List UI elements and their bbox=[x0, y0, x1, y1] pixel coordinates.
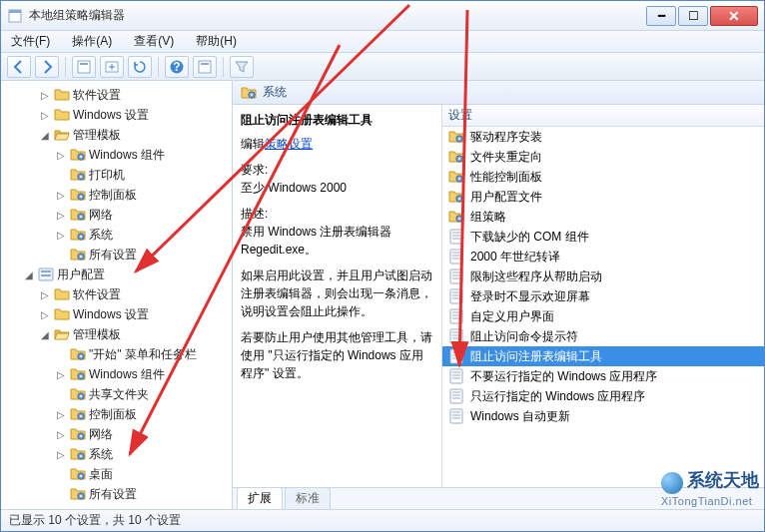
tab-extended[interactable]: 扩展 bbox=[237, 487, 283, 509]
folder-gear-icon bbox=[70, 386, 86, 402]
expand-toggle[interactable]: ▷ bbox=[39, 110, 51, 121]
tree-item[interactable]: ▷网络 bbox=[1, 205, 232, 225]
tree-item[interactable]: ◢管理模板 bbox=[1, 125, 232, 145]
list-item[interactable]: Windows 自动更新 bbox=[442, 406, 764, 426]
edit-policy-link[interactable]: 策略设置 bbox=[265, 137, 313, 151]
menu-view[interactable]: 查看(V) bbox=[130, 31, 178, 52]
expand-toggle[interactable]: ▷ bbox=[55, 449, 67, 460]
expand-toggle[interactable]: ▷ bbox=[39, 289, 51, 300]
tree-item[interactable]: ▷系统 bbox=[1, 444, 232, 464]
titlebar: 本地组策略编辑器 ━ ☐ ✕ bbox=[1, 1, 764, 31]
list-item[interactable]: 用户配置文件 bbox=[442, 187, 764, 207]
tree-item[interactable]: ▷控制面板 bbox=[1, 404, 232, 424]
expand-toggle[interactable]: ▷ bbox=[55, 190, 67, 201]
refresh-button[interactable] bbox=[128, 56, 152, 78]
tree-item[interactable]: ▷控制面板 bbox=[1, 185, 232, 205]
tree-item[interactable]: 所有设置 bbox=[1, 245, 232, 265]
list-item[interactable]: 驱动程序安装 bbox=[442, 127, 764, 147]
expand-toggle[interactable]: ◢ bbox=[23, 269, 35, 280]
toolbar-separator bbox=[65, 57, 66, 77]
expand-toggle[interactable]: ▷ bbox=[55, 409, 67, 420]
export-button[interactable] bbox=[100, 56, 124, 78]
detail-title: 阻止访问注册表编辑工具 bbox=[241, 111, 433, 129]
tree-item[interactable]: 共享文件夹 bbox=[1, 384, 232, 404]
expand-toggle[interactable]: ◢ bbox=[39, 329, 51, 340]
close-button[interactable]: ✕ bbox=[710, 6, 758, 26]
list-header[interactable]: 设置 bbox=[442, 105, 764, 127]
folder-gear-icon bbox=[70, 426, 86, 442]
tab-standard[interactable]: 标准 bbox=[285, 487, 331, 509]
tree-item[interactable]: ▷系统 bbox=[1, 225, 232, 245]
list-item[interactable]: 阻止访问命令提示符 bbox=[442, 326, 764, 346]
maximize-button[interactable]: ☐ bbox=[678, 6, 708, 26]
list-pane[interactable]: 设置 驱动程序安装文件夹重定向性能控制面板用户配置文件组策略下载缺少的 COM … bbox=[442, 105, 764, 487]
folder-gear-icon bbox=[70, 207, 86, 223]
show-hide-button[interactable] bbox=[72, 56, 96, 78]
filter-icon bbox=[234, 59, 250, 75]
list-item[interactable]: 自定义用户界面 bbox=[442, 306, 764, 326]
policy-icon bbox=[448, 308, 464, 324]
list-item[interactable]: 下载缺少的 COM 组件 bbox=[442, 227, 764, 247]
tree-item-label: Windows 组件 bbox=[89, 147, 165, 164]
list-item-label: 阻止访问注册表编辑工具 bbox=[470, 348, 602, 365]
tree-item[interactable]: ▷Windows 组件 bbox=[1, 145, 232, 165]
policy-icon bbox=[448, 408, 464, 424]
description-line: Regedit.exe。 bbox=[241, 243, 317, 257]
tree-item-label: 打印机 bbox=[89, 167, 125, 184]
tree-pane[interactable]: ▷软件设置▷Windows 设置◢管理模板▷Windows 组件打印机▷控制面板… bbox=[1, 81, 233, 509]
back-button[interactable] bbox=[7, 56, 31, 78]
folder-gear-icon bbox=[70, 486, 86, 502]
expand-toggle[interactable]: ▷ bbox=[39, 90, 51, 101]
list-item[interactable]: 文件夹重定向 bbox=[442, 147, 764, 167]
list-item[interactable]: 不要运行指定的 Windows 应用程序 bbox=[442, 366, 764, 386]
folder-gear-icon bbox=[448, 209, 464, 225]
list-item[interactable]: 2000 年世纪转译 bbox=[442, 247, 764, 266]
tree-item[interactable]: ▷软件设置 bbox=[1, 284, 232, 304]
tree-item-label: 管理模板 bbox=[73, 127, 121, 144]
list-item-label: 下载缺少的 COM 组件 bbox=[470, 229, 589, 246]
tree-item[interactable]: ◢管理模板 bbox=[1, 324, 232, 344]
list-item[interactable]: 性能控制面板 bbox=[442, 167, 764, 187]
tree-item[interactable]: ▷软件设置 bbox=[1, 85, 232, 105]
tree-item-label: 网络 bbox=[89, 426, 113, 443]
tree-item-label: 所有设置 bbox=[89, 247, 137, 264]
expand-toggle[interactable]: ▷ bbox=[55, 369, 67, 380]
tree-item[interactable]: 打印机 bbox=[1, 165, 232, 185]
forward-button[interactable] bbox=[35, 56, 59, 78]
watermark: 系统天地 XiTongTianDi.net bbox=[661, 468, 759, 508]
tree-item-label: 软件设置 bbox=[73, 286, 121, 303]
list-item-label: 限制这些程序从帮助启动 bbox=[470, 268, 602, 285]
menu-action[interactable]: 操作(A) bbox=[68, 31, 116, 52]
column-header-setting[interactable]: 设置 bbox=[448, 107, 472, 124]
expand-toggle[interactable]: ▷ bbox=[55, 230, 67, 241]
tree-item[interactable]: ◢用户配置 bbox=[1, 265, 232, 284]
list-item[interactable]: 登录时不显示欢迎屏幕 bbox=[442, 286, 764, 306]
expand-toggle[interactable]: ▷ bbox=[55, 150, 67, 161]
list-item[interactable]: 组策略 bbox=[442, 207, 764, 227]
tree-item[interactable]: ▷Windows 组件 bbox=[1, 364, 232, 384]
expand-toggle[interactable]: ▷ bbox=[55, 429, 67, 440]
tree-item[interactable]: 所有设置 bbox=[1, 484, 232, 504]
tree-item[interactable]: ▷网络 bbox=[1, 424, 232, 444]
expand-toggle[interactable]: ▷ bbox=[55, 210, 67, 221]
detail-pane: 阻止访问注册表编辑工具 编辑策略设置 要求:至少 Windows 2000 描述… bbox=[233, 105, 442, 487]
tree-item[interactable]: "开始" 菜单和任务栏 bbox=[1, 344, 232, 364]
toolbar-separator bbox=[223, 57, 224, 77]
list-item[interactable]: 限制这些程序从帮助启动 bbox=[442, 266, 764, 286]
tree-item[interactable]: ▷Windows 设置 bbox=[1, 304, 232, 324]
list-item[interactable]: 只运行指定的 Windows 应用程序 bbox=[442, 386, 764, 406]
help-button[interactable] bbox=[165, 56, 189, 78]
tree-item[interactable]: 桌面 bbox=[1, 464, 232, 484]
tree-item-label: 软件设置 bbox=[73, 87, 121, 104]
minimize-button[interactable]: ━ bbox=[646, 6, 676, 26]
expand-toggle[interactable]: ▷ bbox=[39, 309, 51, 320]
menu-file[interactable]: 文件(F) bbox=[7, 31, 54, 52]
expand-toggle[interactable]: ◢ bbox=[39, 130, 51, 141]
folder-icon bbox=[54, 87, 70, 103]
menu-help[interactable]: 帮助(H) bbox=[192, 31, 241, 52]
tree-item[interactable]: ▷Windows 设置 bbox=[1, 105, 232, 125]
folder-gear-icon bbox=[448, 149, 464, 165]
list-item[interactable]: 阻止访问注册表编辑工具 bbox=[442, 346, 764, 366]
properties-button[interactable] bbox=[193, 56, 217, 78]
filter-button[interactable] bbox=[230, 56, 254, 78]
